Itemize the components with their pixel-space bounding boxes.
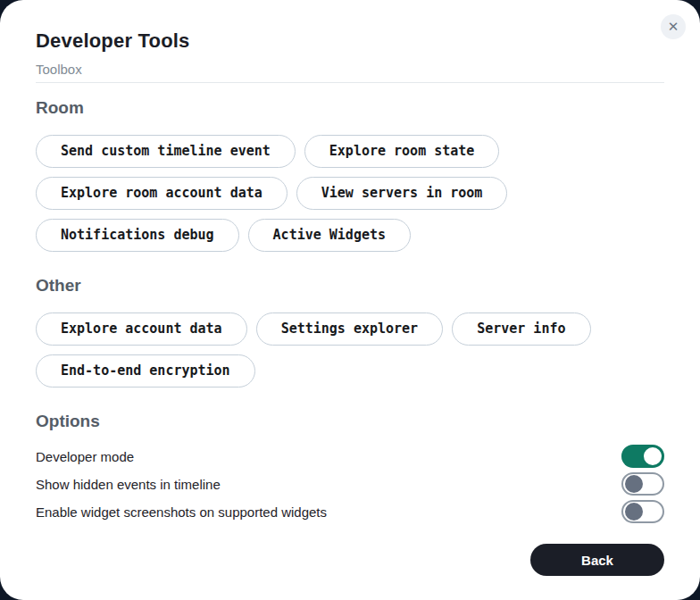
close-icon: ✕ [668,19,679,34]
toggle-knob [644,447,662,465]
show-hidden-events-label: Show hidden events in timeline [36,477,221,492]
widget-screenshots-toggle[interactable] [621,500,664,523]
back-button[interactable]: Back [530,544,664,576]
divider [36,82,664,83]
developer-mode-label: Developer mode [36,449,134,464]
option-row-show-hidden-events: Show hidden events in timeline [36,472,664,496]
settings-explorer-button[interactable]: Settings explorer [256,312,444,346]
server-info-button[interactable]: Server info [452,312,590,346]
toggle-knob [625,503,643,521]
other-button-group: Explore account data Settings explorer S… [36,312,664,388]
developer-tools-dialog: ✕ Developer Tools Toolbox Room Send cust… [0,0,700,600]
developer-mode-toggle[interactable] [621,445,664,468]
section-heading-room: Room [36,97,664,119]
view-servers-in-room-button[interactable]: View servers in room [296,177,508,210]
dialog-footer: Back [36,544,664,576]
notifications-debug-button[interactable]: Notifications debug [36,219,239,252]
widget-screenshots-label: Enable widget screenshots on supported w… [36,504,327,520]
close-button[interactable]: ✕ [661,14,686,39]
explore-account-data-button[interactable]: Explore account data [36,312,247,346]
dialog-title: Developer Tools [36,29,664,53]
option-row-widget-screenshots: Enable widget screenshots on supported w… [36,500,664,523]
section-heading-other: Other [36,275,664,296]
show-hidden-events-toggle[interactable] [621,472,664,496]
end-to-end-encryption-button[interactable]: End-to-end encryption [36,354,255,388]
section-heading-options: Options [36,411,664,432]
option-row-developer-mode: Developer mode [36,445,664,468]
send-custom-timeline-event-button[interactable]: Send custom timeline event [36,135,296,168]
explore-room-account-data-button[interactable]: Explore room account data [36,177,288,210]
breadcrumb-toolbox: Toolbox [36,62,664,78]
room-button-group: Send custom timeline event Explore room … [36,135,664,252]
active-widgets-button[interactable]: Active Widgets [248,219,411,252]
options-list: Developer mode Show hidden events in tim… [36,445,664,528]
toggle-knob [625,475,643,493]
explore-room-state-button[interactable]: Explore room state [304,135,500,168]
